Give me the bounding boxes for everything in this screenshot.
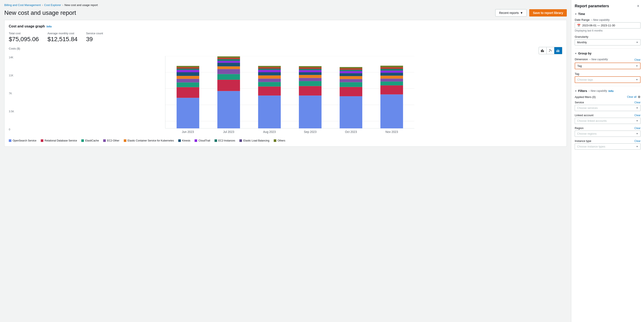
breadcrumb-cost-explorer[interactable]: Cost Explorer xyxy=(44,3,61,7)
linked-account-filter-label-row: Linked account Clear xyxy=(575,114,640,117)
time-section: ▼ Time Date Range – New capability 📅 202… xyxy=(575,12,640,45)
legend-opensearch: OpenSearch Service xyxy=(9,139,36,142)
card-info-link[interactable]: Info xyxy=(46,25,52,28)
instance-type-chevron-icon: ▼ xyxy=(636,145,638,148)
svg-rect-60 xyxy=(340,96,362,128)
metrics-row: Total cost $75,095.06 Average monthly co… xyxy=(9,32,562,43)
service-select[interactable]: Choose services ▼ xyxy=(575,105,640,111)
svg-rect-32 xyxy=(217,74,240,79)
time-triangle-icon: ▼ xyxy=(575,13,577,15)
dimension-label: Dimension – New capability xyxy=(575,58,608,61)
svg-rect-66 xyxy=(340,71,362,73)
svg-rect-0 xyxy=(541,50,542,52)
svg-rect-40 xyxy=(258,96,281,128)
granularity-group: Granularity Monthly ▼ xyxy=(575,35,640,45)
linked-account-select[interactable]: Choose linked accounts ▼ xyxy=(575,118,640,124)
clear-all-button[interactable]: Clear all xyxy=(627,95,636,98)
svg-rect-47 xyxy=(258,69,281,70)
close-panel-button[interactable]: × xyxy=(636,3,640,9)
legend-rds: Relational Database Service xyxy=(41,139,77,142)
time-section-header[interactable]: ▼ Time xyxy=(575,12,640,16)
legend-elb: Elastic Load Balancing xyxy=(240,139,269,142)
granularity-select[interactable]: Monthly ▼ xyxy=(575,39,640,45)
bar-chart-button[interactable] xyxy=(539,47,546,54)
svg-rect-8 xyxy=(556,50,557,51)
svg-rect-48 xyxy=(258,67,281,69)
recent-reports-button[interactable]: Recent reports ▼ xyxy=(495,9,527,16)
svg-rect-71 xyxy=(380,85,403,94)
svg-rect-72 xyxy=(380,81,403,85)
svg-rect-36 xyxy=(217,61,240,63)
section-divider-1 xyxy=(575,48,640,49)
svg-rect-12 xyxy=(558,50,559,50)
svg-rect-77 xyxy=(380,69,403,70)
legend-cloudtrail: CloudTrail xyxy=(194,139,210,142)
scatter-chart-button[interactable] xyxy=(546,47,554,54)
region-clear-button[interactable]: Clear xyxy=(634,127,640,130)
stacked-bar-button[interactable] xyxy=(554,47,562,54)
linked-account-clear-button[interactable]: Clear xyxy=(634,114,640,117)
svg-rect-73 xyxy=(380,79,403,82)
tag-chevron-icon: ▼ xyxy=(636,78,638,81)
y-axis: 14K 11K 7K 3.5K 0 xyxy=(9,56,14,131)
instance-type-clear-button[interactable]: Clear xyxy=(634,140,640,143)
dimension-clear-button[interactable]: Clear xyxy=(634,58,640,61)
granularity-chevron-icon: ▼ xyxy=(636,41,638,43)
breadcrumb-current: New cost and usage report xyxy=(64,3,98,7)
group-by-header[interactable]: ▼ Group by xyxy=(575,52,640,55)
filters-section: ▼ Filters – New capability Info Applied … xyxy=(575,89,640,150)
svg-rect-11 xyxy=(558,50,559,52)
svg-rect-59 xyxy=(299,66,322,67)
svg-point-6 xyxy=(550,49,550,50)
chart-y-label: Costs ($) xyxy=(9,47,20,50)
svg-rect-62 xyxy=(340,82,362,87)
page-header: New cost and usage report Recent reports… xyxy=(4,9,567,16)
date-range-input[interactable]: 📅 2023-06-01 — 2023-11-30 xyxy=(575,22,640,28)
dimension-chevron-icon: ▼ xyxy=(636,65,638,67)
chart-type-buttons xyxy=(539,47,562,54)
svg-rect-1 xyxy=(542,49,543,52)
svg-text:Sep 2023: Sep 2023 xyxy=(304,130,317,134)
svg-rect-64 xyxy=(340,76,362,79)
instance-type-filter: Instance type Clear Choose instance type… xyxy=(575,139,640,150)
svg-rect-41 xyxy=(258,87,281,96)
instance-type-filter-label-row: Instance type Clear xyxy=(575,139,640,143)
bar-chart-svg: Jun 2023 Jul 2023 Aug 2023 Sep 2023 Oct … xyxy=(18,56,562,137)
svg-text:Jun 2023: Jun 2023 xyxy=(182,130,194,134)
applied-filters-label: Applied filters (0) xyxy=(575,95,596,99)
dropdown-arrow-icon: ▼ xyxy=(520,11,523,14)
service-clear-button[interactable]: Clear xyxy=(634,101,640,104)
chart-legend: OpenSearch Service Relational Database S… xyxy=(9,139,562,142)
service-filter: Service Clear Choose services ▼ xyxy=(575,101,640,111)
service-filter-label-row: Service Clear xyxy=(575,101,640,104)
svg-rect-69 xyxy=(340,67,362,68)
svg-rect-50 xyxy=(299,96,322,128)
svg-rect-53 xyxy=(299,78,322,81)
region-select[interactable]: Choose regions ▼ xyxy=(575,131,640,137)
breadcrumb: Billing and Cost Management › Cost Explo… xyxy=(4,3,567,7)
svg-rect-54 xyxy=(299,75,322,78)
dimension-group: Dimension – New capability Clear Tag ▼ xyxy=(575,58,640,69)
filters-info-link[interactable]: Info xyxy=(608,89,614,93)
svg-rect-45 xyxy=(258,72,281,75)
service-chevron-icon: ▼ xyxy=(636,107,638,109)
dimension-select[interactable]: Tag ▼ xyxy=(575,63,640,69)
chart-controls: Costs ($) xyxy=(9,47,562,54)
metric-avg-monthly: Average monthly cost $12,515.84 xyxy=(48,32,78,43)
svg-rect-22 xyxy=(176,82,199,87)
save-to-library-button[interactable]: Save to report library xyxy=(529,9,567,16)
svg-rect-42 xyxy=(258,82,281,86)
tag-select[interactable]: Choose tags ▼ xyxy=(575,76,640,83)
calendar-icon: 📅 xyxy=(577,24,580,27)
svg-text:Oct 2023: Oct 2023 xyxy=(345,130,357,134)
header-actions: Recent reports ▼ Save to report library xyxy=(495,9,567,16)
breadcrumb-sep-1: › xyxy=(42,4,43,7)
filters-header: ▼ Filters – New capability Info xyxy=(575,89,640,93)
filters-triangle-icon: ▼ xyxy=(575,90,577,92)
svg-point-5 xyxy=(551,51,552,51)
instance-type-select[interactable]: Choose instance types ▼ xyxy=(575,143,640,150)
gear-icon[interactable]: ⚙ xyxy=(638,95,640,99)
svg-rect-23 xyxy=(176,79,199,82)
breadcrumb-billing[interactable]: Billing and Cost Management xyxy=(4,3,41,7)
svg-rect-49 xyxy=(258,66,281,67)
